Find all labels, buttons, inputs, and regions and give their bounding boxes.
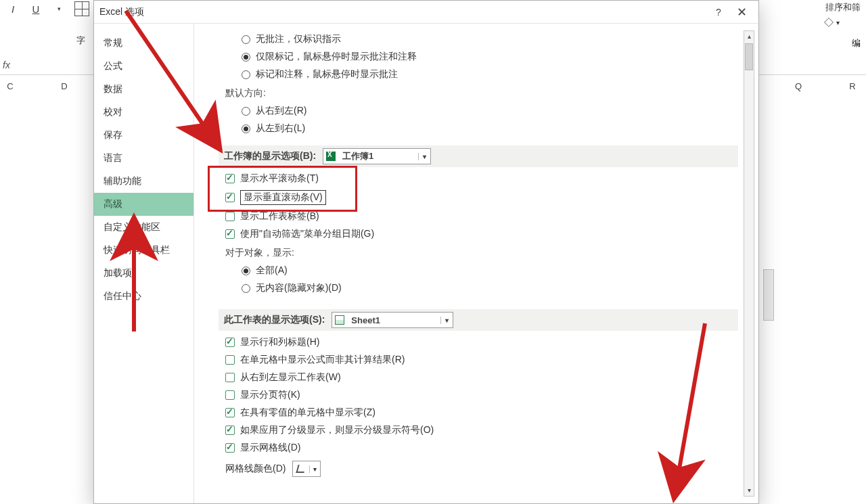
scroll-up-icon[interactable]: ▴ (744, 31, 754, 42)
sidebar-item-save[interactable]: 保存 (94, 124, 193, 147)
editing-group-label: 编 (852, 37, 861, 49)
close-button[interactable]: ✕ (730, 5, 753, 20)
chk-show-zero[interactable] (225, 408, 235, 417)
sidebar-item-general[interactable]: 常规 (94, 32, 193, 55)
sidebar-item-accessibility[interactable]: 辅助功能 (94, 170, 193, 193)
font-group-label: 字 (76, 35, 85, 47)
sidebar-item-advanced[interactable]: 高级 (94, 193, 193, 216)
panel-scrollbar[interactable]: ▴ ▾ (744, 30, 754, 497)
options-sidebar: 常规 公式 数据 校对 保存 语言 辅助功能 高级 自定义功能区 快速访问工具栏… (94, 24, 194, 503)
underline-dropdown-icon[interactable]: ▾ (51, 1, 66, 16)
chk-label: 在具有零值的单元格中显示零(Z) (240, 407, 375, 419)
dropdown-icon[interactable]: ▾ (440, 317, 453, 324)
dialog-titlebar: Excel 选项 ? ✕ (94, 1, 758, 24)
options-panel: 无批注，仅标识指示 仅限标记，鼠标悬停时显示批注和注释 标记和注释，鼠标悬停时显… (206, 30, 738, 503)
dropdown-icon[interactable]: ▾ (418, 153, 430, 160)
fx-label[interactable]: fx (3, 60, 10, 70)
chk-label: 显示水平滚动条(T) (240, 173, 319, 185)
grid-color-label: 网格线颜色(D) (225, 463, 286, 475)
sidebar-item-addins[interactable]: 加载项 (94, 262, 193, 285)
scroll-down-icon[interactable]: ▾ (744, 485, 754, 496)
chk-label-focused: 显示垂直滚动条(V) (240, 190, 326, 205)
chk-rtl-sheet[interactable] (225, 373, 235, 382)
chk-label: 显示网格线(D) (240, 442, 300, 454)
radio-comments-none[interactable] (242, 35, 250, 44)
workbook-display-label: 工作簿的显示选项(B): (224, 150, 316, 162)
chk-outline-symbols[interactable] (225, 426, 235, 435)
chk-label: 显示分页符(K) (240, 389, 300, 401)
chk-sheet-tabs[interactable] (225, 212, 235, 221)
chk-label: 显示工作表标签(B) (240, 210, 319, 223)
borders-button[interactable] (74, 1, 89, 16)
dialog-title: Excel 选项 (99, 6, 707, 18)
radio-label: 从右到左(R) (256, 105, 306, 117)
bucket-icon (296, 465, 306, 473)
sidebar-item-proofing[interactable]: 校对 (94, 101, 193, 124)
radio-label: 无内容(隐藏对象)(D) (256, 282, 342, 294)
sidebar-item-data[interactable]: 数据 (94, 78, 193, 101)
radio-label: 全部(A) (256, 265, 288, 277)
worksheet-scrollbar-thumb[interactable] (763, 269, 774, 321)
chk-label: 显示行和列标题(H) (240, 336, 319, 348)
chk-autofilter-group[interactable] (225, 229, 235, 239)
radio-rtl[interactable] (242, 107, 250, 116)
chk-show-formulas[interactable] (225, 355, 235, 365)
sheet-display-label: 此工作表的显示选项(S): (224, 314, 325, 326)
radio-label: 仅限标记，鼠标悬停时显示批注和注释 (256, 51, 417, 63)
sidebar-item-formulas[interactable]: 公式 (94, 55, 193, 78)
sidebar-item-customize-ribbon[interactable]: 自定义功能区 (94, 216, 193, 239)
sheet-icon (335, 315, 344, 325)
clear-icon[interactable] (824, 18, 834, 27)
chk-page-breaks[interactable] (225, 390, 235, 400)
chk-gridlines[interactable] (225, 443, 235, 453)
scroll-thumb[interactable] (745, 43, 753, 70)
chk-label: 从右到左显示工作表(W) (240, 371, 341, 384)
sort-filter-button[interactable]: 排序和筛 (825, 0, 861, 15)
chk-label: 在单元格中显示公式而非其计算结果(R) (240, 354, 405, 366)
chk-label: 如果应用了分级显示，则显示分级显示符号(O) (240, 424, 434, 436)
col-header-c[interactable]: C (0, 81, 34, 91)
grid-color-picker[interactable]: ▾ (292, 461, 321, 477)
dropdown-icon[interactable]: ▾ (309, 465, 320, 473)
excel-options-dialog: Excel 选项 ? ✕ 常规 公式 数据 校对 保存 语言 辅助功能 高级 自… (93, 0, 759, 504)
radio-comments-indicators[interactable] (242, 53, 250, 62)
sidebar-item-quick-access[interactable]: 快速访问工具栏 (94, 239, 193, 262)
sheet-combo[interactable]: Sheet1 ▾ (332, 312, 453, 328)
radio-label: 标记和注释，鼠标悬停时显示批注 (256, 68, 398, 81)
excel-icon (326, 152, 336, 161)
radio-objects-none[interactable] (242, 284, 250, 293)
sidebar-item-language[interactable]: 语言 (94, 147, 193, 170)
objects-label: 对于对象，显示: (225, 247, 738, 259)
chk-hscroll[interactable] (225, 174, 235, 183)
col-header-r[interactable]: R (829, 81, 866, 91)
radio-objects-all[interactable] (242, 267, 250, 275)
default-direction-label: 默认方向: (225, 87, 738, 99)
radio-ltr[interactable] (242, 124, 250, 133)
sidebar-item-trust-center[interactable]: 信任中心 (94, 285, 193, 308)
radio-label: 无批注，仅标识指示 (256, 33, 341, 45)
col-header-q[interactable]: Q (775, 81, 822, 91)
underline-button[interactable]: U (28, 1, 43, 16)
chk-vscroll[interactable] (225, 193, 235, 202)
italic-button[interactable]: I (5, 1, 20, 16)
chk-row-col-headers[interactable] (225, 338, 235, 347)
chk-label: 使用"自动筛选"菜单分组日期(G) (240, 228, 374, 240)
radio-label: 从左到右(L) (256, 122, 305, 135)
workbook-combo[interactable]: 工作簿1 ▾ (323, 148, 431, 164)
radio-comments-and-indicators[interactable] (242, 70, 250, 79)
help-button[interactable]: ? (707, 7, 730, 18)
col-header-d[interactable]: D (41, 81, 88, 91)
